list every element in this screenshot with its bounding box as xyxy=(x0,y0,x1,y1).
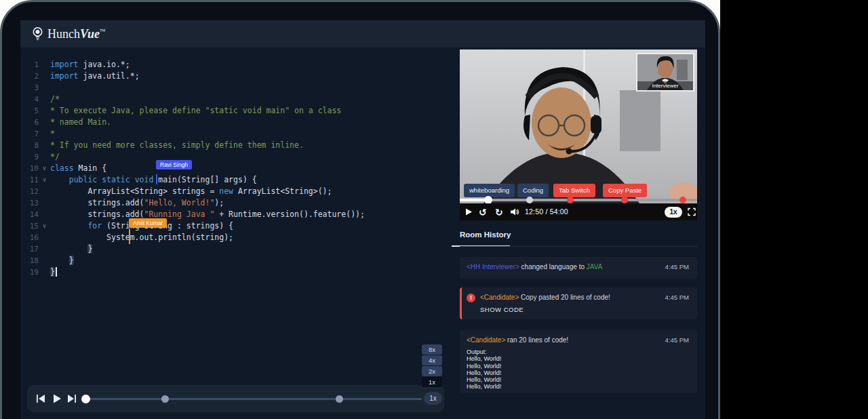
event-badge[interactable]: Coding xyxy=(517,184,549,197)
code-line: 4/* xyxy=(20,94,460,105)
code-text: * To execute Java, please define "static… xyxy=(50,105,341,117)
code-line: 3 xyxy=(20,82,460,94)
speed-option-8x[interactable]: 8x xyxy=(422,344,442,355)
line-number: 12 xyxy=(20,186,39,197)
tablet-frame: HunchVue™ 1import java.io.*;2import java… xyxy=(0,0,720,419)
fold-spacer xyxy=(39,186,50,197)
event-badge[interactable]: whiteboarding xyxy=(464,184,515,197)
code-line: 19} xyxy=(20,266,460,278)
code-line: 17 } xyxy=(20,243,460,255)
app-screen: HunchVue™ 1import java.io.*;2import java… xyxy=(20,20,705,419)
code-text: System.out.println(string); xyxy=(50,232,233,243)
timeline-event-marker[interactable] xyxy=(621,197,628,203)
line-number: 16 xyxy=(20,232,39,243)
timeline-event-marker[interactable] xyxy=(526,197,533,203)
volume-icon[interactable] xyxy=(510,203,519,220)
timeline-event-marker[interactable] xyxy=(679,197,686,203)
code-line: 16 System.out.println(string); xyxy=(20,232,460,243)
line-number: 4 xyxy=(20,94,39,105)
code-text: strings.add("Hello, World!"); xyxy=(50,197,224,209)
rewind-button[interactable]: ↺ xyxy=(479,203,487,220)
line-number: 17 xyxy=(20,243,39,255)
remote-cursor-label: Amit Kumar xyxy=(129,218,167,228)
remote-cursor-caret xyxy=(156,174,157,184)
video-play-button[interactable] xyxy=(465,203,473,220)
code-editor[interactable]: 1import java.io.*;2import java.util.*;34… xyxy=(20,47,460,419)
line-number: 5 xyxy=(20,105,39,117)
speed-button[interactable]: 1x xyxy=(424,392,442,405)
pip-name-label: Interviewer xyxy=(637,81,693,90)
fold-spacer xyxy=(39,151,50,163)
line-number: 2 xyxy=(20,71,39,82)
code-text: public static void main(String[] args) { xyxy=(50,174,257,186)
event-badge[interactable]: Tab Switch xyxy=(553,184,595,197)
bulb-logo-icon xyxy=(31,26,44,41)
code-line: 1import java.io.*; xyxy=(20,59,460,71)
remote-cursor-label: Ravi Singh xyxy=(156,160,192,169)
show-code-button[interactable]: SHOW CODE xyxy=(480,306,524,313)
code-text: } xyxy=(50,255,74,266)
video-progress-bar[interactable] xyxy=(460,199,697,201)
code-line: 8* If you need more classes, simply defi… xyxy=(20,140,460,151)
video-player[interactable]: Interviewer whiteboardingCodingTab Switc… xyxy=(460,49,697,220)
code-text: * named Main. xyxy=(50,117,111,128)
event-badge[interactable]: Copy Paste xyxy=(603,184,647,197)
fold-spacer xyxy=(39,117,50,128)
line-number: 19 xyxy=(20,266,39,278)
brand-logo: HunchVue™ xyxy=(31,26,106,42)
fold-chevron-icon[interactable]: ∨ xyxy=(39,220,50,232)
line-number: 18 xyxy=(20,255,39,266)
fold-spacer xyxy=(39,59,50,71)
code-line: 2import java.util.*; xyxy=(20,71,460,82)
video-timestamp: 12:50 / 54:00 xyxy=(525,203,568,220)
tab-room-history[interactable]: Room History xyxy=(460,231,511,239)
fold-spacer xyxy=(39,266,50,278)
event-timestamp: 4:45 PM xyxy=(665,263,689,271)
line-number: 3 xyxy=(20,82,39,94)
playback-slider[interactable] xyxy=(85,398,422,401)
app-header: HunchVue™ xyxy=(20,20,705,47)
participant-position-marker[interactable] xyxy=(161,395,169,403)
code-text: class Main { xyxy=(50,163,106,174)
code-text: } xyxy=(50,243,92,255)
event-text: <Candidate> Copy pasted 20 lines of code… xyxy=(480,294,610,301)
code-line: 5* To execute Java, please define "stati… xyxy=(20,105,460,117)
fold-chevron-icon[interactable]: ∨ xyxy=(39,163,50,174)
event-text: <Candidate> ran 20 lines of code! xyxy=(467,336,568,344)
brand-name: HunchVue™ xyxy=(47,27,106,41)
fold-spacer xyxy=(39,94,50,105)
line-number: 9 xyxy=(20,151,39,163)
play-button[interactable] xyxy=(52,393,62,404)
code-text: ArrayList<String> strings = new ArrayLis… xyxy=(50,186,332,197)
interviewer-pip-video[interactable]: Interviewer xyxy=(636,53,694,92)
fullscreen-icon[interactable] xyxy=(688,203,696,220)
history-event-card: <HH Interviewer> changed language to JAV… xyxy=(460,257,697,279)
fold-spacer xyxy=(39,71,50,82)
code-text: strings.add("Running Java " + Runtime.ve… xyxy=(50,209,365,220)
speed-option-4x[interactable]: 4x xyxy=(422,355,442,365)
participant-position-marker[interactable] xyxy=(336,395,343,403)
fold-spacer xyxy=(39,232,50,243)
code-line: 12 ArrayList<String> strings = new Array… xyxy=(20,186,460,197)
code-line: 10∨class Main { xyxy=(20,163,460,174)
line-number: 10 xyxy=(20,163,39,174)
line-number: 6 xyxy=(20,117,39,128)
code-text: import java.io.*; xyxy=(50,59,130,71)
code-text: } xyxy=(50,266,55,278)
playback-slider-thumb[interactable] xyxy=(81,395,90,403)
forward-button[interactable]: ↻ xyxy=(495,203,503,220)
speed-option-1x[interactable]: 1x xyxy=(422,377,442,387)
skip-start-button[interactable] xyxy=(35,393,46,404)
line-number: 14 xyxy=(20,209,39,220)
fold-spacer xyxy=(39,105,50,117)
video-speed-button[interactable]: 1x xyxy=(665,207,682,218)
history-event-card: <Candidate> Copy pasted 20 lines of code… xyxy=(460,287,697,319)
speed-option-2x[interactable]: 2x xyxy=(422,366,442,376)
line-number: 15 xyxy=(20,220,39,232)
line-number: 7 xyxy=(20,128,39,140)
skip-end-button[interactable] xyxy=(66,393,77,404)
line-number: 11 xyxy=(20,174,39,186)
fold-chevron-icon[interactable]: ∨ xyxy=(39,174,50,186)
code-text: * xyxy=(50,128,55,140)
fold-spacer xyxy=(39,255,50,266)
